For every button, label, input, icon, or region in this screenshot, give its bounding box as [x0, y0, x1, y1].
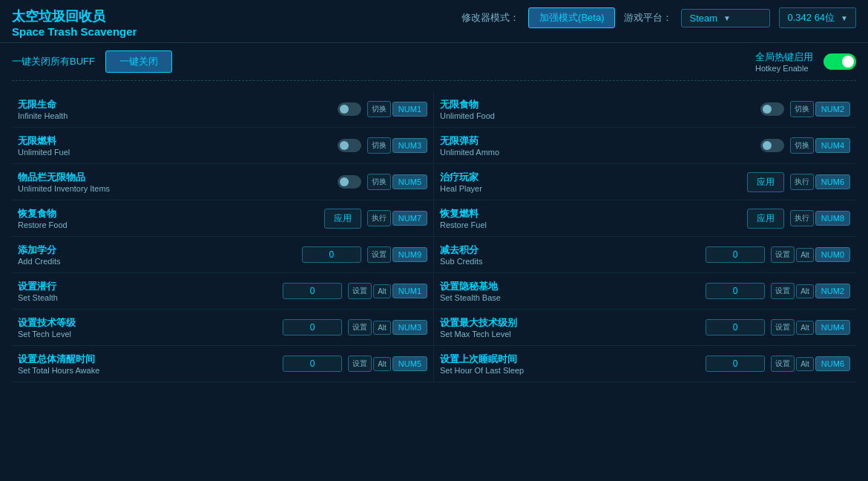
cheat-label: 设置最大技术级别Set Max Tech Level — [440, 316, 559, 338]
num-key[interactable]: NUM8 — [815, 211, 850, 226]
cheat-input[interactable] — [283, 319, 342, 336]
key-action-label[interactable]: 设置 — [348, 356, 372, 372]
platform-dropdown[interactable]: Steam ▼ — [681, 9, 770, 27]
cheat-cn: 设置技术等级 — [18, 316, 137, 330]
cheat-cn: 无限生命 — [18, 98, 137, 111]
close-all-button[interactable]: 一键关闭 — [105, 50, 172, 73]
num-key[interactable]: NUM6 — [815, 174, 850, 189]
cheat-cn: 设置上次睡眠时间 — [440, 353, 559, 366]
cheat-input[interactable] — [706, 283, 765, 299]
cheat-cn: 减去积分 — [440, 243, 559, 257]
num-key[interactable]: NUM6 — [815, 356, 850, 371]
cheat-label: 无限燃料Unlimited Fuel — [18, 134, 137, 157]
cheat-toggle[interactable] — [338, 175, 361, 189]
key-action-label[interactable]: 设置 — [348, 283, 372, 299]
num-key[interactable]: NUM2 — [815, 284, 850, 298]
num-key[interactable]: NUM4 — [815, 138, 850, 153]
cheat-item: 无限食物Unlimited Food切换NUM2 — [434, 91, 856, 128]
cheat-en: Set Tech Level — [18, 330, 137, 338]
cheat-toggle[interactable] — [760, 102, 784, 116]
key-action-label[interactable]: 设置 — [348, 319, 372, 336]
alt-key[interactable]: Alt — [373, 284, 391, 298]
key-action-label[interactable]: 执行 — [367, 210, 391, 226]
cheat-item: 恢复燃料Restore Fuel应用执行NUM8 — [434, 200, 856, 237]
num-key[interactable]: NUM5 — [392, 356, 427, 371]
cheat-item: 无限生命Infinite Health切换NUM1 — [12, 91, 434, 128]
cheat-input[interactable] — [706, 246, 765, 263]
key-action-label[interactable]: 切换 — [367, 137, 391, 154]
cheat-label: 治疗玩家Heal Player — [440, 171, 559, 193]
key-group: 切换NUM4 — [790, 137, 850, 154]
key-group: 切换NUM3 — [367, 137, 427, 154]
alt-key[interactable]: Alt — [796, 248, 814, 262]
key-action-label[interactable]: 设置 — [771, 319, 795, 336]
key-action-label[interactable]: 设置 — [771, 283, 795, 299]
key-action-label[interactable]: 设置 — [771, 356, 795, 372]
num-key[interactable]: NUM1 — [392, 102, 427, 117]
cheat-label: 设置总体清醒时间Set Total Hours Awake — [18, 353, 137, 375]
cheat-label: 设置潜行Set Stealth — [18, 280, 137, 302]
num-key[interactable]: NUM0 — [815, 247, 850, 262]
hotkey-toggle[interactable] — [823, 53, 856, 70]
cheat-label: 设置隐秘基地Set Stealth Base — [440, 280, 559, 302]
one-key-close-label: 一键关闭所有BUFF — [12, 55, 95, 68]
cheat-cn: 设置最大技术级别 — [440, 316, 559, 330]
apply-button[interactable]: 应用 — [747, 209, 784, 229]
cheat-item: 减去积分Sub Credits设置AltNUM0 — [434, 237, 856, 273]
cheat-toggle[interactable] — [338, 139, 361, 152]
key-action-label[interactable]: 切换 — [790, 137, 814, 154]
alt-key[interactable]: Alt — [796, 321, 814, 335]
key-action-label[interactable]: 执行 — [790, 174, 814, 190]
cheat-input[interactable] — [283, 283, 342, 299]
cheat-label: 设置技术等级Set Tech Level — [18, 316, 137, 338]
cheat-label: 减去积分Sub Credits — [440, 243, 559, 266]
num-key[interactable]: NUM7 — [392, 211, 427, 226]
cheat-cn: 设置潜行 — [18, 280, 137, 293]
cheat-item: 治疗玩家Heal Player应用执行NUM6 — [434, 164, 856, 200]
key-group: 设置AltNUM1 — [348, 283, 427, 299]
cheat-item: 设置技术等级Set Tech Level设置AltNUM3 — [12, 310, 434, 346]
alt-key[interactable]: Alt — [373, 357, 391, 371]
alt-key[interactable]: Alt — [373, 321, 391, 335]
cheat-input[interactable] — [302, 246, 361, 263]
cheat-label: 设置上次睡眠时间Set Hour Of Last Sleep — [440, 353, 559, 375]
apply-button[interactable]: 应用 — [324, 209, 361, 229]
cheat-label: 恢复燃料Restore Fuel — [440, 207, 559, 229]
key-action-label[interactable]: 切换 — [367, 174, 391, 190]
num-key[interactable]: NUM9 — [392, 247, 427, 262]
modifier-mode-label: 修改器模式： — [461, 11, 519, 24]
cheat-cn: 设置总体清醒时间 — [18, 353, 137, 366]
cheat-en: Unlimited Fuel — [18, 148, 137, 157]
version-dropdown[interactable]: 0.342 64位 ▼ — [779, 7, 856, 28]
key-action-label[interactable]: 执行 — [790, 210, 814, 226]
cheat-en: Set Max Tech Level — [440, 330, 559, 338]
key-group: 执行NUM7 — [367, 210, 427, 226]
key-action-label[interactable]: 切换 — [790, 101, 814, 117]
key-action-label[interactable]: 设置 — [367, 246, 391, 263]
num-key[interactable]: NUM3 — [392, 320, 427, 335]
cheat-item: 无限弹药Unlimited Ammo切换NUM4 — [434, 128, 856, 164]
key-action-label[interactable]: 切换 — [367, 101, 391, 117]
cheat-cn: 添加学分 — [18, 243, 137, 257]
key-action-label[interactable]: 设置 — [771, 246, 795, 263]
num-key[interactable]: NUM3 — [392, 138, 427, 153]
num-key[interactable]: NUM4 — [815, 320, 850, 335]
cheat-en: Add Credits — [18, 257, 137, 266]
cheat-toggle[interactable] — [338, 102, 361, 116]
cheat-cn: 无限燃料 — [18, 134, 137, 148]
key-group: 设置AltNUM4 — [771, 319, 850, 336]
alt-key[interactable]: Alt — [796, 357, 814, 371]
apply-button[interactable]: 应用 — [747, 172, 784, 192]
key-group: 切换NUM2 — [790, 101, 850, 117]
alt-key[interactable]: Alt — [796, 284, 814, 298]
cheat-input[interactable] — [706, 356, 765, 372]
cheat-label: 无限生命Infinite Health — [18, 98, 137, 120]
cheat-label: 添加学分Add Credits — [18, 243, 137, 266]
num-key[interactable]: NUM5 — [392, 174, 427, 189]
beta-mode-button[interactable]: 加强模式(Beta) — [528, 7, 615, 28]
num-key[interactable]: NUM1 — [392, 284, 427, 298]
cheat-toggle[interactable] — [760, 139, 784, 152]
num-key[interactable]: NUM2 — [815, 102, 850, 117]
cheat-input[interactable] — [706, 319, 765, 336]
cheat-input[interactable] — [283, 356, 342, 372]
